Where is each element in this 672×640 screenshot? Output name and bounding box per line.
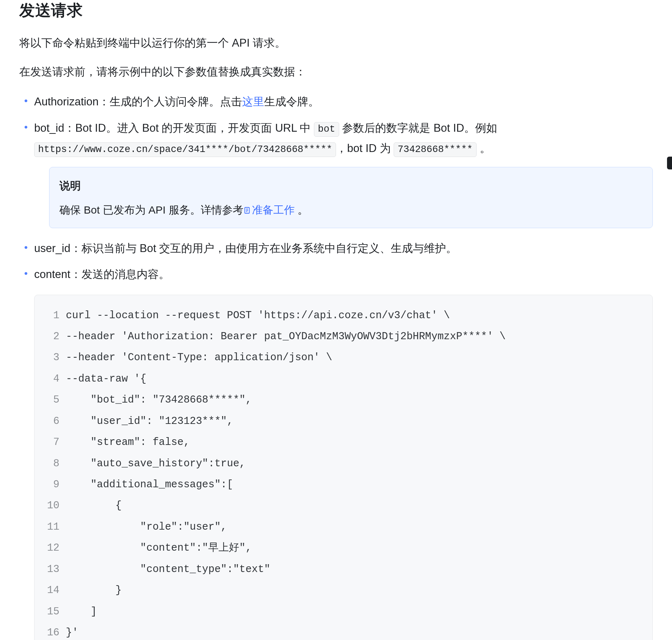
line-number: 5	[44, 389, 66, 410]
code-line: 6 "user_id": "123123***",	[44, 411, 642, 432]
code-line: 12 "content":"早上好",	[44, 537, 642, 558]
line-number: 3	[44, 347, 66, 368]
line-number: 9	[44, 474, 66, 495]
inline-code-url: https://www.coze.cn/space/341****/bot/73…	[34, 142, 336, 157]
param-user-id: user_id：标识当前与 Bot 交互的用户，由使用方在业务系统中自行定义、生…	[19, 238, 653, 258]
line-number: 8	[44, 453, 66, 474]
code-text: }	[66, 580, 642, 601]
line-number: 2	[44, 326, 66, 347]
text-fragment: ，bot ID 为	[336, 142, 394, 154]
inline-code-botid: 73428668*****	[394, 142, 477, 157]
line-number: 14	[44, 580, 66, 601]
text-fragment: 。	[295, 204, 308, 216]
doc-content: 发送请求 将以下命令粘贴到终端中以运行你的第一个 API 请求。 在发送请求前，…	[0, 0, 672, 640]
code-text: "auto_save_history":true,	[66, 453, 642, 474]
note-title: 说明	[59, 176, 642, 196]
note-box: 说明 确保 Bot 已发布为 API 服务。详情参考准备工作 。	[49, 167, 653, 228]
code-text: {	[66, 495, 642, 516]
code-text: ]	[66, 601, 642, 622]
code-line: 3--header 'Content-Type: application/jso…	[44, 347, 642, 368]
code-text: --header 'Authorization: Bearer pat_OYDa…	[66, 326, 642, 347]
code-text: "stream": false,	[66, 432, 642, 453]
token-link[interactable]: 这里	[242, 95, 264, 108]
prep-work-link[interactable]: 准备工作	[243, 204, 295, 216]
code-line: 14 }	[44, 580, 642, 601]
line-number: 16	[44, 622, 66, 640]
intro-paragraph-1: 将以下命令粘贴到终端中以运行你的第一个 API 请求。	[19, 34, 653, 52]
code-text: }'	[66, 622, 642, 640]
code-line: 10 {	[44, 495, 642, 516]
param-content: content：发送的消息内容。	[19, 264, 653, 284]
text-fragment: 确保 Bot 已发布为 API 服务。详情参考	[59, 204, 243, 216]
line-number: 15	[44, 601, 66, 622]
code-line: 5 "bot_id": "73428668*****",	[44, 389, 642, 410]
code-line: 7 "stream": false,	[44, 432, 642, 453]
code-text: "user_id": "123123***",	[66, 411, 642, 432]
code-block[interactable]: 1curl --location --request POST 'https:/…	[34, 295, 653, 640]
line-number: 13	[44, 559, 66, 580]
code-line: 16}'	[44, 622, 642, 640]
line-number: 11	[44, 516, 66, 537]
line-number: 10	[44, 495, 66, 516]
code-line: 1curl --location --request POST 'https:/…	[44, 305, 642, 326]
param-bot-id: bot_id：Bot ID。进入 Bot 的开发页面，开发页面 URL 中 bo…	[19, 118, 653, 228]
line-number: 1	[44, 305, 66, 326]
link-text: 准备工作	[252, 204, 295, 216]
line-number: 7	[44, 432, 66, 453]
code-line: 9 "additional_messages":[	[44, 474, 642, 495]
code-text: "additional_messages":[	[66, 474, 642, 495]
text-fragment: 生成令牌。	[264, 95, 319, 108]
text-fragment: 参数后的数字就是 Bot ID。例如	[339, 122, 497, 134]
text-fragment: 。	[477, 142, 491, 154]
code-text: curl --location --request POST 'https://…	[66, 305, 642, 326]
section-heading: 发送请求	[19, 0, 653, 21]
code-line: 2--header 'Authorization: Bearer pat_OYD…	[44, 326, 642, 347]
code-line: 8 "auto_save_history":true,	[44, 453, 642, 474]
code-line: 13 "content_type":"text"	[44, 559, 642, 580]
code-line: 4--data-raw '{	[44, 368, 642, 389]
note-body: 确保 Bot 已发布为 API 服务。详情参考准备工作 。	[59, 201, 642, 219]
doc-link-icon	[243, 202, 251, 210]
code-text: "role":"user",	[66, 516, 642, 537]
param-list: Authorization：生成的个人访问令牌。点击这里生成令牌。 bot_id…	[19, 91, 653, 284]
code-line: 11 "role":"user",	[44, 516, 642, 537]
inline-code-bot: bot	[314, 122, 339, 137]
code-text: "content":"早上好",	[66, 537, 642, 558]
line-number: 12	[44, 537, 66, 558]
line-number: 4	[44, 368, 66, 389]
line-number: 6	[44, 411, 66, 432]
code-text: "content_type":"text"	[66, 559, 642, 580]
code-text: --data-raw '{	[66, 368, 642, 389]
text-fragment: Authorization：生成的个人访问令牌。点击	[34, 95, 242, 108]
param-authorization: Authorization：生成的个人访问令牌。点击这里生成令牌。	[19, 91, 653, 112]
right-edge-handle[interactable]	[667, 157, 672, 169]
code-line: 15 ]	[44, 601, 642, 622]
text-fragment: bot_id：Bot ID。进入 Bot 的开发页面，开发页面 URL 中	[34, 122, 314, 134]
intro-paragraph-2: 在发送请求前，请将示例中的以下参数值替换成真实数据：	[19, 63, 653, 81]
code-text: --header 'Content-Type: application/json…	[66, 347, 642, 368]
code-text: "bot_id": "73428668*****",	[66, 389, 642, 410]
